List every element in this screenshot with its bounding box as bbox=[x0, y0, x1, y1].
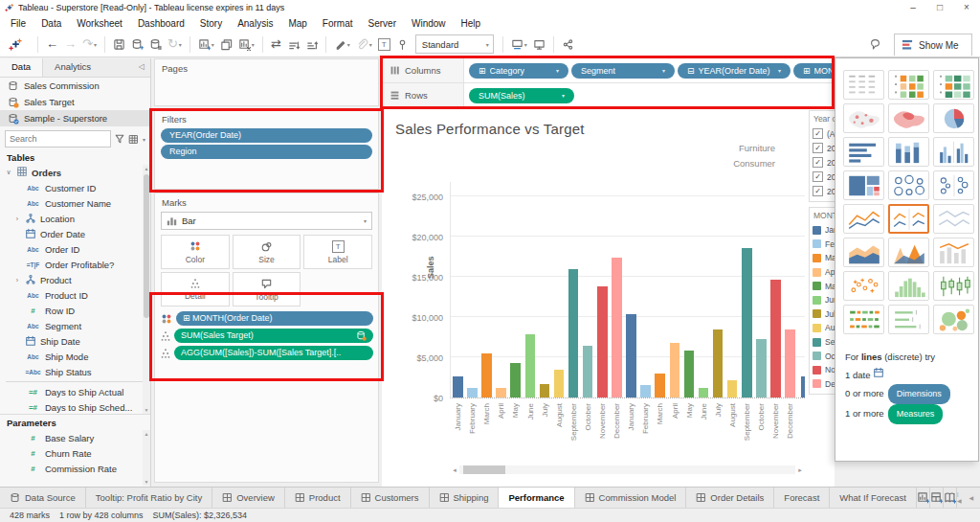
show-me-lines-continuous[interactable] bbox=[843, 204, 884, 234]
mark-pill[interactable]: AGG(SUM([Sales])-SUM([Sales Target].[.. bbox=[174, 346, 373, 360]
checkbox-checked-icon[interactable]: ✓ bbox=[813, 157, 823, 168]
sheet-tab-what-if-forecast[interactable]: What If Forecast bbox=[830, 488, 917, 508]
shelf-pill[interactable]: ⊞Category▾ bbox=[469, 63, 568, 79]
sheet-tab-commission-model[interactable]: Commission Model bbox=[575, 488, 687, 508]
shelf-pill[interactable]: SUM(Sales)▾ bbox=[469, 88, 574, 103]
bar-next-pane-partial[interactable] bbox=[801, 376, 805, 397]
field-item[interactable]: AbcProduct ID bbox=[0, 287, 150, 303]
bar-january-y1[interactable] bbox=[453, 376, 463, 397]
show-me-scatter-plot[interactable] bbox=[843, 271, 884, 301]
parameter-item[interactable]: #Churn Rate bbox=[0, 445, 150, 461]
parameter-item[interactable]: #Base Salary bbox=[0, 430, 150, 445]
maximize-button[interactable]: □ bbox=[926, 0, 953, 14]
bar-march-y1[interactable] bbox=[481, 353, 492, 397]
expand-caret-icon[interactable]: › bbox=[13, 277, 21, 284]
rows-shelf[interactable]: Rows SUM(Sales)▾ bbox=[382, 83, 835, 108]
scrollbar-thumb[interactable] bbox=[144, 174, 149, 318]
filter-pill[interactable]: Region bbox=[161, 145, 372, 159]
filter-pill[interactable]: YEAR(Order Date) bbox=[161, 128, 372, 143]
show-me-button[interactable]: Show Me bbox=[894, 34, 972, 56]
sheet-tab-shipping[interactable]: Shipping bbox=[430, 488, 500, 508]
new-dashboard-button[interactable] bbox=[930, 488, 944, 508]
month-legend-item[interactable]: January bbox=[813, 223, 835, 238]
scrollbar-thumb[interactable] bbox=[463, 465, 505, 474]
new-story-button[interactable] bbox=[944, 488, 957, 508]
pill-caret-icon[interactable]: ▾ bbox=[778, 67, 781, 74]
sheet-tab-data-source[interactable]: Data Source bbox=[0, 488, 86, 508]
field-item[interactable]: =#Days to Ship Actual bbox=[0, 384, 150, 399]
save-button[interactable] bbox=[110, 34, 128, 55]
pill-caret-icon[interactable]: ▾ bbox=[562, 92, 565, 99]
scroll-down-icon[interactable]: ▼ bbox=[143, 478, 150, 486]
bar-april-y1[interactable] bbox=[496, 388, 506, 397]
month-legend-item[interactable]: October bbox=[813, 349, 835, 363]
field-item[interactable]: =#Days to Ship Sched... bbox=[0, 399, 150, 414]
bar-august-y1[interactable] bbox=[554, 370, 565, 397]
scroll-up-icon[interactable]: ▲ bbox=[143, 430, 150, 438]
month-legend-item[interactable]: July bbox=[813, 307, 835, 322]
parameter-item[interactable]: #Commission Rate bbox=[0, 461, 150, 476]
show-me-gantt[interactable] bbox=[843, 305, 884, 334]
expand-caret-icon[interactable]: › bbox=[13, 216, 21, 222]
bar-march-y2[interactable] bbox=[655, 374, 665, 397]
view-mode-select[interactable]: Standard▾ bbox=[415, 34, 494, 54]
month-legend-item[interactable]: April bbox=[813, 265, 835, 280]
show-me-histogram[interactable] bbox=[888, 271, 929, 301]
scroll-right-icon[interactable]: ▸ bbox=[795, 466, 805, 474]
checkbox-checked-icon[interactable]: ✓ bbox=[813, 128, 823, 139]
checkbox-checked-icon[interactable]: ✓ bbox=[813, 186, 823, 196]
year-filter-item[interactable]: ✓2023 bbox=[813, 170, 835, 184]
previous-sheet-icon[interactable]: ◀ bbox=[969, 494, 975, 501]
bar-october-y1[interactable] bbox=[583, 346, 593, 397]
show-me-area-continuous[interactable] bbox=[843, 238, 884, 267]
sheet-tab-product[interactable]: Product bbox=[285, 488, 351, 508]
year-filter-item[interactable]: ✓2024 bbox=[813, 184, 835, 198]
show-me-circle-views[interactable] bbox=[888, 170, 929, 200]
menu-data[interactable]: Data bbox=[33, 18, 69, 29]
show-me-text-table[interactable] bbox=[843, 70, 884, 100]
show-me-treemap[interactable] bbox=[843, 170, 884, 200]
sheet-tab-performance[interactable]: Performance bbox=[499, 488, 574, 508]
sheet-tab-order-details[interactable]: Order Details bbox=[686, 488, 774, 508]
menu-format[interactable]: Format bbox=[315, 18, 361, 29]
label-button[interactable]: TLabel bbox=[303, 235, 372, 269]
show-me-packed-bubbles[interactable] bbox=[933, 305, 974, 334]
collapse-pane-icon[interactable]: ◁ bbox=[139, 58, 150, 77]
text-label-button[interactable]: T bbox=[375, 34, 393, 55]
month-legend-item[interactable]: February bbox=[813, 238, 835, 252]
field-item[interactable]: AbcCustomer ID bbox=[0, 180, 150, 195]
shelf-pill[interactable]: ⊟YEAR(Order Date)▾ bbox=[678, 63, 791, 79]
bar-june-y2[interactable] bbox=[699, 388, 709, 397]
mark-pill[interactable]: SUM(Sales Target) bbox=[174, 329, 373, 343]
view-as-grid-icon[interactable] bbox=[128, 134, 139, 145]
mark-type-dropdown[interactable]: Bar ▾ bbox=[161, 212, 372, 230]
tooltip-button[interactable]: Tooltip bbox=[233, 272, 301, 306]
scrollbar-track[interactable] bbox=[459, 465, 795, 474]
show-me-symbol-map[interactable] bbox=[843, 103, 884, 133]
field-item[interactable]: =AbcShip Status bbox=[0, 364, 150, 379]
sort-descending-button[interactable] bbox=[302, 34, 321, 55]
pill-caret-icon[interactable]: ▾ bbox=[662, 67, 665, 74]
sheet-tab-tooltip-profit-ratio-by-city[interactable]: Tooltip: Profit Ratio by City bbox=[86, 488, 212, 508]
search-filter-icon[interactable] bbox=[114, 133, 125, 145]
pause-auto-updates-button[interactable] bbox=[146, 34, 165, 55]
month-legend-item[interactable]: November bbox=[813, 363, 835, 377]
bar-september-y2[interactable] bbox=[742, 248, 752, 397]
bar-april-y2[interactable] bbox=[670, 343, 680, 397]
show-me-filled-map[interactable] bbox=[888, 103, 929, 133]
presentation-mode-button[interactable] bbox=[530, 34, 548, 55]
first-sheet-icon[interactable]: |◀ bbox=[957, 491, 963, 504]
show-me-highlight-table[interactable] bbox=[888, 70, 929, 100]
bar-january-y2[interactable] bbox=[626, 314, 636, 397]
bar-july-y1[interactable] bbox=[540, 384, 550, 397]
checkbox-checked-icon[interactable]: ✓ bbox=[813, 143, 823, 153]
month-legend-item[interactable]: December bbox=[813, 377, 835, 392]
menu-window[interactable]: Window bbox=[404, 18, 454, 29]
new-data-source-button[interactable] bbox=[128, 34, 146, 55]
show-me-stacked-bars[interactable] bbox=[888, 137, 929, 167]
scroll-down-icon[interactable]: ▼ bbox=[143, 406, 150, 414]
field-item[interactable]: ›Location bbox=[0, 211, 150, 226]
back-button[interactable]: ← bbox=[43, 34, 61, 55]
show-mark-labels-button[interactable]: ▾ bbox=[508, 34, 530, 55]
field-item[interactable]: Ship Date bbox=[0, 333, 150, 349]
